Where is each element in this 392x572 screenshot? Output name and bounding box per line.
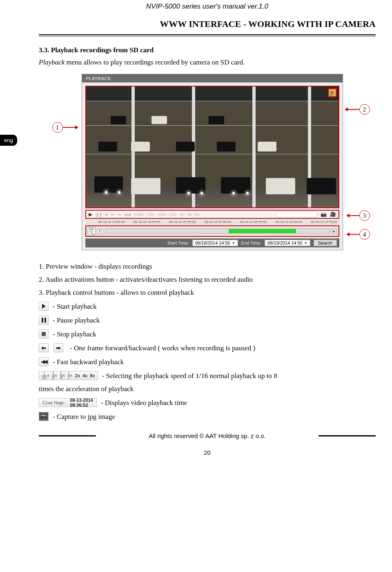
tick-0: 08-18-14 14:55:00 xyxy=(98,220,125,224)
speed-1-8[interactable]: 1/8x xyxy=(147,212,155,217)
start-time-label: Start Time: xyxy=(167,240,189,245)
callout-3-circle: 3 xyxy=(359,210,370,221)
dropdown-icon: ▼ xyxy=(232,241,235,245)
row-fastback: ◀◀ - Fast backward playback xyxy=(39,357,376,366)
header-rule xyxy=(39,34,376,36)
tick-2: 08-18-14 18:55:00 xyxy=(134,220,160,224)
timeline-scroll-right[interactable]: ▸ xyxy=(332,229,337,234)
speed-text-2: times the acceleration of playback xyxy=(39,385,376,393)
section-title-text: Playback recordings from SD card xyxy=(51,46,154,54)
callout-2-circle: 2 xyxy=(359,104,370,115)
frame-back-icon[interactable]: ⬅ xyxy=(111,212,114,217)
speed-1-2[interactable]: 1/2x xyxy=(169,212,177,217)
callout-1-circle: 1 xyxy=(52,122,63,133)
playback-panel: PLAYBACK xyxy=(82,74,343,250)
stop-text: - Stop playback xyxy=(53,329,96,338)
playback-time-box-icon: Czas Nagr.: 08-13-2014 08:36:52 xyxy=(39,398,97,407)
tick-4: 08-18-14 22:55:00 xyxy=(169,220,196,224)
row-stop: - Stop playback xyxy=(39,329,376,338)
callout-4-circle: 4 xyxy=(359,229,370,240)
tick-8: 08-19-14 06:55:00 xyxy=(240,220,267,224)
start-time-input[interactable]: 08/18/2014 14:55 ▼ xyxy=(192,240,238,246)
play-icon[interactable]: ▶ xyxy=(89,211,92,217)
desc-3: 3. Playback control buttons - allows to … xyxy=(39,289,376,297)
tick-10: 08-19-14 10:55:00 xyxy=(275,220,302,224)
row-capture: 📷 - Capture to jpg image xyxy=(39,412,376,421)
play-button-icon xyxy=(39,302,49,311)
stop-button-icon xyxy=(39,329,49,338)
time-box-time: 08:36:52 xyxy=(70,403,88,407)
time-display-chip xyxy=(276,211,317,217)
start-time-value: 08/18/2014 14:55 xyxy=(195,240,230,245)
fast-back-button-icon: ◀◀ xyxy=(39,357,49,366)
chapter-title: WWW INTERFACE - WORKING WITH IP CAMERA xyxy=(39,19,376,34)
speaker-icon: 🔊 xyxy=(329,90,335,96)
zoom-in-button[interactable]: X2🔍 xyxy=(88,227,96,235)
tick-12: 08-19-14 14:55:00 xyxy=(311,220,337,224)
play-text: - Start playback xyxy=(53,302,97,311)
capture-button-icon: 📷 xyxy=(39,412,49,421)
frame-back-button-icon: ⬅ xyxy=(39,343,49,352)
timeline-zoom-row: X2🔍 ↻ ▸ xyxy=(85,225,339,237)
speed-text: - Selecting the playback speed of 1/16 n… xyxy=(102,371,277,380)
frame-fwd-icon[interactable]: ➡ xyxy=(118,212,121,217)
row-speed: 116x 18x 14x 12x 2x 4x 8x - Selecting th… xyxy=(39,371,376,380)
desc-1: 1. Preview window - displays recordings xyxy=(39,263,376,271)
intro-italic: Playback xyxy=(39,58,65,66)
row-pause: - Pause playback xyxy=(39,316,376,325)
desc-2: 2. Audio activations button - activates/… xyxy=(39,276,376,284)
speed-4x[interactable]: 4x xyxy=(187,212,192,217)
dropdown-icon: ▼ xyxy=(304,241,307,245)
row-play: - Start playback xyxy=(39,302,376,311)
time-box-label: Czas Nagr.: xyxy=(42,400,66,405)
preview-window[interactable]: 🔊 xyxy=(85,86,339,208)
timeline-date-row: 08-18-14 14:55:00 08-18-14 18:55:00 08-1… xyxy=(85,220,339,225)
speed-selector-icon: 116x 18x 14x 12x 2x 4x 8x xyxy=(39,371,98,380)
speed-2x[interactable]: 2x xyxy=(180,212,185,217)
search-bar: Start Time: 08/18/2014 14:55 ▼ End Time:… xyxy=(85,238,339,247)
end-time-label: End Time: xyxy=(241,240,262,245)
screenshot-figure: 1 2 3 4 PLAYBACK xyxy=(52,74,363,250)
speed-8x[interactable]: 8x xyxy=(195,212,200,217)
row-time: Czas Nagr.: 08-13-2014 08:36:52 - Displa… xyxy=(39,398,376,407)
audio-toggle-button[interactable]: 🔊 xyxy=(328,88,337,97)
search-button[interactable]: Search xyxy=(314,240,337,246)
section-intro: Playback menu allows to play recordings … xyxy=(39,58,376,67)
doc-header: NVIP-5000 series user's manual ver.1.0 xyxy=(39,0,376,19)
playback-control-bar: ▶ ❚❚ ■ ⬅ ➡ ◀◀ 1/16x 1/8x 1/4x 1/2x 2x 4x… xyxy=(85,210,339,219)
callout-2: 2 xyxy=(345,104,370,115)
time-box-date: 08-13-2014 xyxy=(70,398,93,403)
speed-1-16[interactable]: 1/16x xyxy=(134,212,144,217)
row-frame: ⬅ ➡ - One frame forward/backward ( works… xyxy=(39,343,376,352)
footer-text: All rights reserved © AAT Holding sp. z … xyxy=(103,432,311,439)
callout-3: 3 xyxy=(346,210,370,221)
snapshot-icon[interactable]: 📷 xyxy=(321,211,327,217)
callout-4: 4 xyxy=(346,229,370,240)
record-icon[interactable]: 🎥 xyxy=(330,211,336,217)
pause-icon[interactable]: ❚❚ xyxy=(96,212,102,217)
section-number: 3.3. xyxy=(39,46,49,54)
end-time-input[interactable]: 08/19/2014 14:55 ▼ xyxy=(265,240,310,246)
page-number: 20 xyxy=(39,449,376,456)
intro-rest: menu allows to play recordings recorded … xyxy=(65,58,245,66)
frame-text: - One frame forward/backward ( works whe… xyxy=(70,343,255,352)
rewind-icon[interactable]: ◀◀ xyxy=(124,212,131,217)
playback-panel-title: PLAYBACK xyxy=(82,74,343,82)
section-heading: 3.3. Playback recordings from SD card xyxy=(39,46,376,54)
fastback-text: - Fast backward playback xyxy=(53,357,124,366)
tick-6: 08-19-14 02:55:00 xyxy=(205,220,231,224)
zoom-refresh-button[interactable]: ↻ xyxy=(97,229,104,234)
speed-1-4[interactable]: 1/4x xyxy=(158,212,166,217)
timeline-track[interactable] xyxy=(105,229,330,234)
footer: All rights reserved © AAT Holding sp. z … xyxy=(39,432,376,439)
stop-icon[interactable]: ■ xyxy=(105,212,108,217)
end-time-value: 08/19/2014 14:55 xyxy=(267,240,303,245)
lang-tab: eng xyxy=(0,135,17,146)
pause-text: - Pause playback xyxy=(53,316,100,325)
callout-1: 1 xyxy=(52,122,78,133)
pause-button-icon xyxy=(39,316,49,325)
frame-fwd-button-icon: ➡ xyxy=(53,343,63,352)
time-text: - Displays video playback time xyxy=(101,398,187,407)
capture-text: - Capture to jpg image xyxy=(53,412,115,421)
